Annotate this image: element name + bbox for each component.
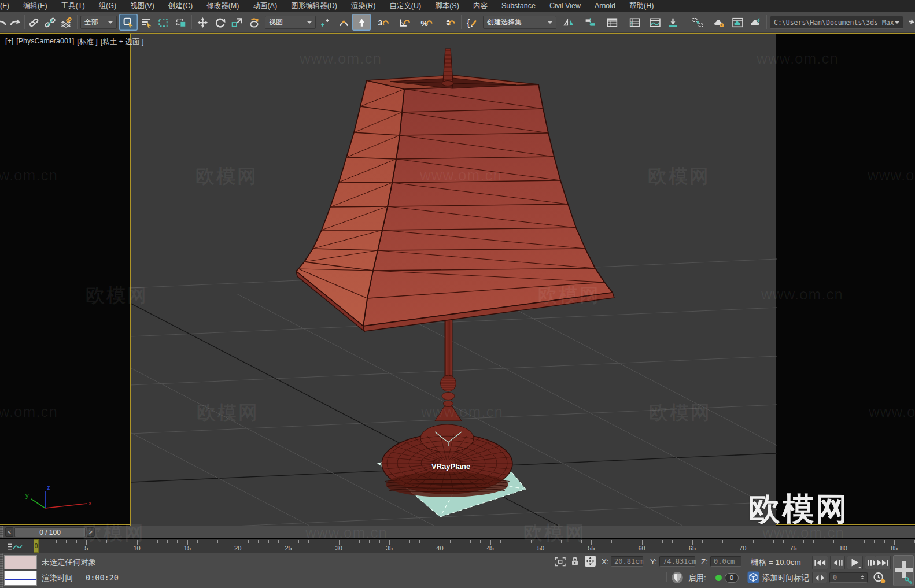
frame-spinner[interactable] [861, 575, 864, 581]
menu-item-17[interactable]: 帮助(H) [622, 0, 661, 12]
y-coord-field[interactable]: 74.831cm [659, 556, 695, 567]
x-coord-field[interactable]: 20.81cm [611, 556, 643, 567]
schematic-view-icon [692, 17, 704, 28]
time-slider-row: < 0 / 100 > [0, 526, 915, 538]
snap-3d-button[interactable]: 3 [372, 14, 394, 31]
select-by-name-button[interactable] [139, 14, 154, 31]
menu-item-13[interactable]: 内容 [466, 0, 495, 12]
menu-item-3[interactable]: 工具(T) [54, 0, 92, 12]
play-button[interactable] [847, 556, 863, 569]
spinner-snap-button[interactable] [438, 14, 460, 31]
menu-item-16[interactable]: Arnold [588, 0, 622, 12]
select-scale-button[interactable] [228, 14, 245, 31]
schematic-view-button[interactable] [689, 14, 706, 31]
toolbar-grip[interactable] [0, 526, 3, 538]
mini-curve-editor-button[interactable] [4, 541, 25, 552]
menu-item-15[interactable]: Civil View [543, 0, 588, 12]
menu-item-4[interactable]: 组(G) [92, 0, 124, 12]
ruler-tick [308, 540, 309, 543]
ruler-tick [460, 540, 460, 543]
status-green-dot [715, 575, 722, 581]
workspace-icon[interactable] [909, 14, 915, 31]
menu-item-14[interactable]: Substance [495, 0, 543, 12]
menu-item-7[interactable]: 修改器(M) [200, 0, 246, 12]
ruler-tick [722, 540, 723, 543]
select-move-button[interactable] [194, 14, 211, 31]
use-pivot-center-button[interactable] [317, 14, 334, 31]
selection-lock-icon[interactable] [570, 556, 580, 567]
track-bar[interactable]: 05101520253035404550556065707580850 [0, 539, 915, 553]
absolute-mode-icon[interactable] [584, 555, 596, 567]
keyboard-override-icon [356, 17, 368, 28]
percent-snap-button[interactable]: % [415, 14, 438, 31]
menu-item-8[interactable]: 动画(A) [246, 0, 284, 12]
reference-coordinate-dropdown[interactable]: 视图 [265, 16, 316, 29]
select-manipulate-button[interactable] [337, 14, 351, 31]
ruler-tick [56, 540, 57, 543]
render-setup-button[interactable] [711, 14, 728, 31]
angle-snap-button[interactable] [394, 14, 415, 31]
render-production-button[interactable] [747, 14, 763, 31]
undo-button[interactable] [0, 14, 8, 31]
ruler-frame-label: 25 [285, 545, 292, 552]
frame-back-button[interactable]: < [5, 527, 13, 537]
viewport-menu-shading[interactable]: [粘土 + 边面 ] [101, 37, 144, 47]
select-object-button[interactable] [119, 14, 138, 31]
maxscript-mini-listener[interactable] [4, 571, 37, 586]
add-time-tag[interactable]: 添加时间标记 [762, 573, 809, 583]
project-folder-dropdown[interactable]: C:\Users\Han\Documents\3ds Max 2022 [770, 16, 903, 29]
edit-named-selections-button[interactable]: { [463, 14, 481, 31]
viewport-menu-standard[interactable]: [标准 ] [77, 37, 97, 47]
set-key-button[interactable] [893, 555, 914, 586]
frame-forward-button[interactable]: > [87, 527, 95, 537]
render-frame-window-button[interactable] [730, 14, 745, 31]
window-crossing-button[interactable] [172, 14, 190, 31]
menu-item-5[interactable]: 视图(V) [123, 0, 161, 12]
ribbon-toggle-button[interactable] [665, 14, 681, 31]
menu-item-2[interactable]: 编辑(E) [16, 0, 54, 12]
keyboard-override-button[interactable] [352, 14, 371, 31]
isolate-selection-icon[interactable] [554, 556, 566, 567]
redo-button[interactable] [8, 14, 23, 31]
macro-recorder-field[interactable] [4, 555, 37, 569]
align-button[interactable] [580, 14, 601, 31]
curve-editor-button[interactable] [647, 14, 663, 31]
previous-frame-button[interactable] [830, 556, 845, 569]
bind-spacewarp-button[interactable] [58, 14, 75, 31]
key-count-badge[interactable]: 0 [725, 573, 739, 583]
menu-item-12[interactable]: 脚本(S) [428, 0, 466, 12]
menu-item-1[interactable]: 文件(F) [0, 0, 16, 12]
viewport-menu-plus[interactable]: [+] [5, 37, 13, 47]
menu-item-10[interactable]: 渲染(R) [344, 0, 382, 12]
selection-filter-dropdown[interactable]: 全部 [80, 16, 117, 29]
cube-icon[interactable] [747, 571, 759, 583]
ruler-frame-label: 30 [335, 545, 342, 552]
current-frame-field[interactable]: 0 [829, 572, 868, 583]
layer-explorer-button[interactable] [625, 14, 644, 31]
shield-icon[interactable] [671, 571, 684, 584]
menu-item-9[interactable]: 图形编辑器(D) [284, 0, 344, 12]
key-mode-toggle[interactable] [812, 572, 827, 583]
select-place-button[interactable] [246, 14, 264, 31]
select-rotate-button[interactable] [212, 14, 228, 31]
menu-item-11[interactable]: 自定义(U) [382, 0, 428, 12]
camera-viewport[interactable]: VRayPlane [130, 34, 776, 526]
menu-item-6[interactable]: 创建(C) [161, 0, 200, 12]
rectangular-region-button[interactable] [155, 14, 172, 31]
named-selection-set-dropdown[interactable]: 创建选择集 [483, 16, 556, 29]
link-button[interactable] [27, 14, 41, 31]
viewport-menu-camera[interactable]: [PhysCamera001] [16, 37, 74, 47]
playhead[interactable]: 0 [34, 539, 39, 553]
z-coord-field[interactable]: 0.0cm [710, 556, 741, 567]
goto-start-button[interactable] [812, 556, 828, 569]
statusbar-grip[interactable] [0, 553, 3, 588]
goto-end-button[interactable] [875, 556, 891, 569]
time-configuration-icon[interactable] [872, 572, 886, 584]
mirror-button[interactable] [559, 14, 578, 31]
ruler-frame-label: 20 [234, 545, 241, 552]
time-slider[interactable]: 0 / 100 [14, 527, 86, 537]
unlink-button[interactable] [42, 14, 57, 31]
render-production-icon [750, 17, 762, 28]
viewport-canvas[interactable]: VRayPlane [+] [PhysCamera001] [标准 ] [粘土 … [0, 33, 915, 525]
scene-explorer-button[interactable] [603, 14, 622, 31]
